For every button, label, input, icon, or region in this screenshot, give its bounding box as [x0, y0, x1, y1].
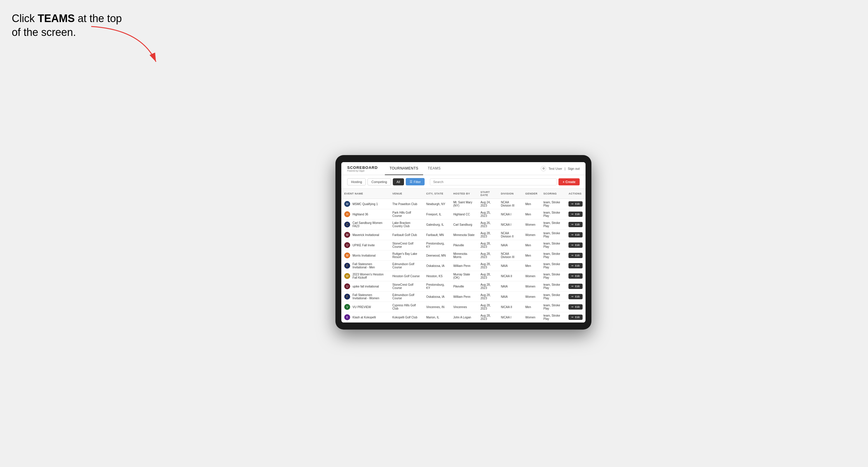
event-name: Morris Invitational	[352, 254, 375, 257]
settings-icon[interactable]: ⚙	[541, 166, 546, 171]
city-cell: Oskaloosa, IA	[423, 291, 450, 302]
filter-icon: ☰	[410, 180, 412, 184]
date-cell: Aug 25, 2023	[477, 209, 498, 220]
actions-cell: ✏ Edit	[565, 240, 586, 250]
table-row: W 2023 Women's Hesston Fall Kickoff Hess…	[341, 271, 586, 281]
edit-button[interactable]: ✏ Edit	[568, 243, 583, 248]
hosted-by-cell: Carl Sandburg	[450, 220, 477, 230]
division-cell: NCAA Division III	[498, 250, 522, 261]
edit-button[interactable]: ✏ Edit	[568, 273, 583, 279]
date-cell: Aug 28, 2023	[477, 230, 498, 240]
edit-button[interactable]: ✏ Edit	[568, 201, 583, 207]
col-gender: GENDER	[522, 189, 540, 199]
signout-link[interactable]: Sign out	[568, 167, 580, 170]
event-name-cell: M MSMC Qualifying 1	[341, 199, 390, 209]
actions-cell: ✏ Edit	[565, 209, 586, 220]
scoring-cell: team, Stroke Play	[540, 291, 566, 302]
pencil-icon: ✏	[571, 295, 574, 298]
division-cell: NAIA	[498, 261, 522, 271]
all-button[interactable]: All	[393, 178, 404, 185]
scoring-cell: team, Stroke Play	[540, 220, 566, 230]
pencil-icon: ✏	[571, 254, 574, 257]
event-name-cell: U UPIKE Fall Invite	[341, 240, 390, 250]
edit-button[interactable]: ✏ Edit	[568, 284, 583, 289]
toolbar: Hosting Competing All ☰ Filter + Create	[341, 175, 586, 189]
city-cell: Marion, IL	[423, 312, 450, 322]
event-name-cell: W 2023 Women's Hesston Fall Kickoff	[341, 271, 390, 281]
venue-cell: Park Hills Golf Course	[390, 209, 424, 220]
gender-cell: Men	[522, 209, 540, 220]
scoring-cell: team, Stroke Play	[540, 271, 566, 281]
pencil-icon: ✏	[571, 203, 574, 206]
table-row: F Fall Statesmen Invitational - Women Ed…	[341, 291, 586, 302]
col-start-date: START DATE	[477, 189, 498, 199]
tablet-screen: SCOREBOARD Powered by Clippit TOURNAMENT…	[341, 162, 586, 322]
event-name: 2023 Women's Hesston Fall Kickoff	[352, 273, 386, 279]
team-icon: F	[344, 294, 350, 300]
venue-cell: Lake Bracken Country Club	[390, 220, 424, 230]
actions-cell: ✏ Edit	[565, 271, 586, 281]
table-row: K Klash at Kokopelli Kokopelli Golf Club…	[341, 312, 586, 322]
pencil-icon: ✏	[571, 223, 574, 226]
competing-button[interactable]: Competing	[368, 178, 391, 185]
edit-button[interactable]: ✏ Edit	[568, 263, 583, 268]
nav-tabs: TOURNAMENTS TEAMS	[385, 162, 541, 175]
pencil-icon: ✏	[571, 234, 574, 236]
team-icon: K	[344, 314, 350, 320]
scoring-cell: team, Stroke Play	[540, 230, 566, 240]
edit-button[interactable]: ✏ Edit	[568, 212, 583, 217]
pencil-icon: ✏	[571, 264, 574, 267]
division-cell: NAIA	[498, 281, 522, 291]
division-cell: NICAA I	[498, 312, 522, 322]
division-cell: NCAA Division II	[498, 230, 522, 240]
edit-label: Edit	[575, 316, 580, 319]
event-name-cell: U upike fall invitational	[341, 281, 390, 291]
edit-label: Edit	[575, 213, 580, 216]
edit-button[interactable]: ✏ Edit	[568, 294, 583, 299]
tab-tournaments[interactable]: TOURNAMENTS	[385, 162, 423, 175]
event-name: Fall Statesmen Invitational - Women	[352, 293, 386, 300]
tab-teams[interactable]: TEAMS	[423, 162, 445, 175]
scoring-cell: team, Stroke Play	[540, 199, 566, 209]
create-button[interactable]: + Create	[558, 178, 580, 185]
date-cell: Aug 28, 2023	[477, 261, 498, 271]
edit-label: Edit	[575, 306, 580, 308]
venue-cell: Faribault Golf Club	[390, 230, 424, 240]
edit-label: Edit	[575, 223, 580, 226]
date-cell: Aug 24, 2023	[477, 199, 498, 209]
pencil-icon: ✏	[571, 213, 574, 216]
event-name-cell: F Fall Statesmen Invitational - Men	[341, 261, 390, 271]
edit-button[interactable]: ✏ Edit	[568, 222, 583, 227]
gender-cell: Women	[522, 281, 540, 291]
filter-button[interactable]: ☰ Filter	[406, 178, 425, 185]
event-name: VU PREVIEW	[352, 306, 371, 309]
scoring-cell: team, Stroke Play	[540, 281, 566, 291]
actions-cell: ✏ Edit	[565, 199, 586, 209]
scoring-cell: team, Stroke Play	[540, 240, 566, 250]
filter-label: Filter	[414, 180, 421, 184]
city-cell: Hesston, KS	[423, 271, 450, 281]
edit-button[interactable]: ✏ Edit	[568, 304, 583, 310]
edit-button[interactable]: ✏ Edit	[568, 232, 583, 238]
city-cell: Freeport, IL	[423, 209, 450, 220]
hosting-button[interactable]: Hosting	[347, 178, 366, 185]
edit-button[interactable]: ✏ Edit	[568, 315, 583, 320]
date-cell: Aug 28, 2023	[477, 250, 498, 261]
venue-cell: StoneCrest Golf Course	[390, 240, 424, 250]
scoring-cell: team, Stroke Play	[540, 312, 566, 322]
team-icon: F	[344, 263, 350, 269]
event-name: Fall Statesmen Invitational - Men	[352, 262, 386, 269]
event-name-cell: M Morris Invitational	[341, 250, 390, 261]
venue-cell: Hesston Golf Course	[390, 271, 424, 281]
table-row: V VU PREVIEW Cypress Hills Golf Club Vin…	[341, 302, 586, 312]
event-name: Highland 36	[352, 213, 368, 216]
event-name-cell: C Carl Sandburg Women FA23	[341, 220, 390, 230]
edit-button[interactable]: ✏ Edit	[568, 253, 583, 258]
team-icon: U	[344, 283, 350, 289]
table-row: M Morris Invitational Ruttger's Bay Lake…	[341, 250, 586, 261]
edit-label: Edit	[575, 254, 580, 257]
actions-cell: ✏ Edit	[565, 312, 586, 322]
logo-subtitle: Powered by Clippit	[347, 170, 378, 172]
search-input[interactable]	[430, 178, 557, 185]
gender-cell: Women	[522, 220, 540, 230]
